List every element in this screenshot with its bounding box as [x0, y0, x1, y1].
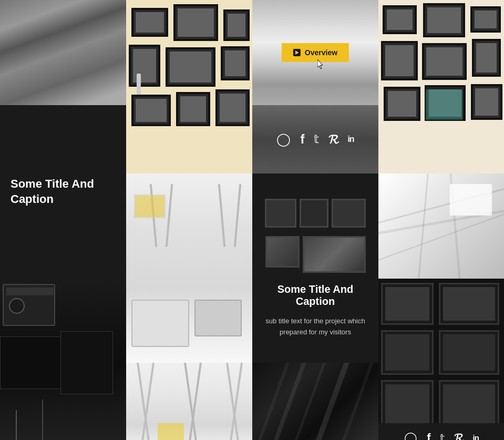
- play-triangle-icon: [295, 50, 299, 55]
- photo-overhead: Overview: [252, 0, 378, 105]
- photo-dark-gallery-bottom: ◯ f 𝕥 𝓡 in: [378, 279, 504, 440]
- gallery-frames-row2: [265, 236, 366, 273]
- gallery-frames-row: [265, 199, 366, 228]
- twitter-icon[interactable]: 𝕥: [314, 134, 319, 145]
- dark-gallery-frames: [378, 279, 504, 423]
- photo-art-gallery-warm: [126, 0, 252, 173]
- overview-button[interactable]: Overview: [282, 43, 349, 62]
- photo-dark-abstract: [252, 363, 378, 440]
- social-icons-row: ◯ f 𝕥 𝓡 in: [252, 133, 378, 146]
- photo-stool: [0, 0, 126, 105]
- pinterest-icon[interactable]: 𝓡: [328, 133, 338, 146]
- photo-studio-bw: [126, 173, 252, 363]
- instagram-icon[interactable]: ◯: [276, 133, 291, 146]
- linkedin-icon-bottom[interactable]: in: [472, 434, 478, 440]
- info-panel: Some Title And Caption sub title text fo…: [252, 173, 378, 363]
- photo-studio-easels: [126, 363, 252, 440]
- photo-dark-studio: [0, 279, 126, 440]
- info-panel-subtitle: sub title text for the project which pre…: [263, 316, 368, 338]
- facebook-icon[interactable]: f: [300, 133, 304, 146]
- overview-button-label: Overview: [305, 48, 337, 57]
- title-panel: Some Title And Caption: [0, 105, 126, 279]
- play-icon: [293, 49, 301, 56]
- main-grid: Overview Some Title And Caption: [0, 0, 504, 440]
- photo-abstract-bright: [378, 173, 504, 279]
- title-overlay-content: Some Title And Caption: [0, 166, 126, 217]
- instagram-icon-bottom[interactable]: ◯: [404, 432, 417, 441]
- social-icons-panel: ◯ f 𝕥 𝓡 in: [252, 105, 378, 173]
- title-text: Some Title And Caption: [11, 177, 116, 207]
- twitter-icon-bottom[interactable]: 𝕥: [440, 433, 445, 441]
- linkedin-icon[interactable]: in: [347, 135, 354, 144]
- info-panel-title: Some Title And Caption: [263, 283, 368, 308]
- photo-art-gallery-right: [378, 0, 504, 173]
- pinterest-icon-bottom[interactable]: 𝓡: [454, 432, 463, 441]
- social-bottom-bar: ◯ f 𝕥 𝓡 in: [378, 423, 504, 440]
- facebook-icon-bottom[interactable]: f: [427, 432, 430, 441]
